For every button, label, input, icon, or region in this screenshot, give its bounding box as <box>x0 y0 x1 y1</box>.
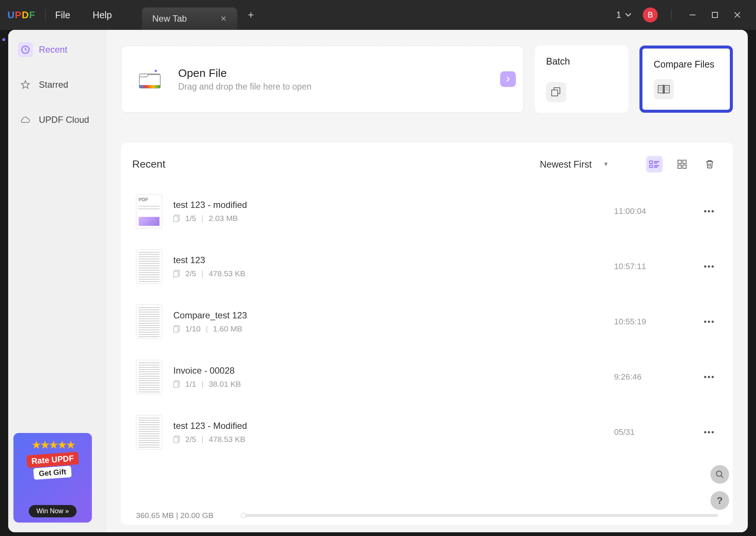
compare-files-card[interactable]: Compare Files <box>639 46 733 113</box>
file-more-button[interactable] <box>700 206 718 216</box>
svg-point-31 <box>704 210 706 212</box>
file-name: Compare_test 123 <box>173 310 603 321</box>
pages-icon <box>173 270 180 277</box>
main-content: Open File Drag and drop the file here to… <box>106 30 748 532</box>
search-float-button[interactable] <box>710 465 729 484</box>
svg-point-33 <box>712 210 714 212</box>
menu-file[interactable]: File <box>55 10 70 21</box>
open-file-card[interactable]: Open File Drag and drop the file here to… <box>121 46 524 113</box>
rate-badge: Rate UPDF <box>27 452 79 468</box>
maximize-button[interactable] <box>704 7 726 22</box>
more-icon <box>704 320 714 323</box>
file-row[interactable]: test 1232/5|478.53 KB10:57:11 <box>132 239 722 294</box>
recent-section: Recent Newest First ▼ <box>121 143 733 525</box>
svg-rect-30 <box>174 216 178 222</box>
compare-label: Compare Files <box>654 59 719 70</box>
sidebar-item-cloud[interactable]: UPDF Cloud <box>13 110 100 130</box>
sort-dropdown[interactable]: Newest First ▼ <box>540 159 609 170</box>
chevron-right-icon <box>506 76 510 82</box>
file-more-button[interactable] <box>700 317 718 327</box>
svg-rect-8 <box>658 85 663 93</box>
grid-view-icon <box>677 159 687 169</box>
file-row[interactable]: test 123 - Modified2/5|478.53 KB05/31 <box>132 405 722 460</box>
file-thumbnail <box>136 360 162 394</box>
svg-rect-7 <box>552 90 558 96</box>
svg-point-52 <box>708 431 710 433</box>
file-list[interactable]: test 123 - modified1/5|2.03 MB11:00:04te… <box>132 184 729 502</box>
svg-rect-50 <box>174 437 178 443</box>
open-file-arrow[interactable] <box>500 71 516 87</box>
divider <box>45 9 46 21</box>
grid-view-button[interactable] <box>674 156 690 172</box>
help-float-button[interactable]: ? <box>710 491 729 510</box>
file-time: 9:26:46 <box>614 372 689 382</box>
win-now-button[interactable]: Win Now » <box>29 505 76 517</box>
folder-icon <box>138 69 162 90</box>
file-more-button[interactable] <box>700 261 718 272</box>
svg-point-54 <box>716 471 722 476</box>
file-name: Invoice - 00028 <box>173 365 603 376</box>
menu-help[interactable]: Help <box>93 10 112 21</box>
list-view-button[interactable] <box>646 156 663 172</box>
minimize-button[interactable] <box>681 7 704 22</box>
svg-rect-9 <box>664 85 669 93</box>
promo-banner[interactable]: ★★★★★ Rate UPDF Get Gift Win Now » <box>13 433 92 523</box>
sidebar-item-recent[interactable]: Recent <box>13 40 100 60</box>
tab-new[interactable]: New Tab ✕ <box>142 7 238 30</box>
window-count-dropdown[interactable]: 1 <box>616 10 632 20</box>
compare-icon <box>654 79 674 99</box>
file-thumbnail <box>136 249 162 284</box>
more-icon <box>704 265 714 268</box>
close-window-button[interactable] <box>726 7 749 22</box>
svg-point-51 <box>704 431 706 433</box>
file-meta: 1/1|38.01 KB <box>173 380 603 389</box>
file-meta: 1/10|1.60 MB <box>173 324 603 333</box>
more-icon <box>704 375 714 378</box>
batch-icon <box>546 82 566 102</box>
batch-card[interactable]: Batch <box>535 46 628 113</box>
file-time: 11:00:04 <box>614 206 689 216</box>
logo: UPDF <box>7 9 35 21</box>
svg-rect-40 <box>174 327 178 332</box>
file-meta: 1/5|2.03 MB <box>173 214 603 223</box>
sidebar-item-label: UPDF Cloud <box>39 115 89 125</box>
file-thumbnail <box>136 415 162 449</box>
file-more-button[interactable] <box>700 427 718 437</box>
file-more-button[interactable] <box>700 372 718 382</box>
svg-rect-24 <box>683 160 686 163</box>
sidebar-item-starred[interactable]: Starred <box>13 75 100 95</box>
close-icon[interactable]: ✕ <box>220 14 227 23</box>
file-time: 10:57:11 <box>614 262 689 271</box>
trash-button[interactable] <box>701 156 718 172</box>
sidebar-item-label: Recent <box>39 44 67 55</box>
pages-icon <box>173 380 180 388</box>
file-thumbnail <box>136 305 162 339</box>
tab-title: New Tab <box>152 13 187 24</box>
progress-thumb[interactable] <box>241 513 246 518</box>
svg-rect-25 <box>678 165 681 168</box>
chevron-down-icon <box>625 13 632 17</box>
svg-point-41 <box>704 321 706 323</box>
avatar[interactable]: B <box>643 7 658 22</box>
svg-rect-17 <box>650 161 653 163</box>
svg-point-53 <box>712 431 714 433</box>
svg-rect-18 <box>650 165 653 168</box>
file-time: 10:55:19 <box>614 317 689 327</box>
pages-icon <box>173 325 180 333</box>
new-tab-button[interactable]: + <box>248 9 254 21</box>
file-row[interactable]: Compare_test 1231/10|1.60 MB10:55:19 <box>132 294 722 349</box>
svg-rect-45 <box>174 382 178 387</box>
svg-point-42 <box>708 321 710 323</box>
sidebar-item-label: Starred <box>39 80 68 90</box>
storage-progress[interactable] <box>241 514 718 517</box>
file-row[interactable]: Invoice - 000281/1|38.01 KB9:26:46 <box>132 349 722 405</box>
svg-point-37 <box>708 265 710 268</box>
svg-point-38 <box>712 265 714 268</box>
file-row[interactable]: test 123 - modified1/5|2.03 MB11:00:04 <box>132 184 722 239</box>
cloud-icon <box>18 112 33 127</box>
storage-text: 360.65 MB | 20.00 GB <box>136 511 213 520</box>
stars-icon: ★★★★★ <box>31 438 74 451</box>
open-file-title: Open File <box>178 67 312 80</box>
list-view-icon <box>649 160 660 168</box>
more-icon <box>704 210 714 213</box>
